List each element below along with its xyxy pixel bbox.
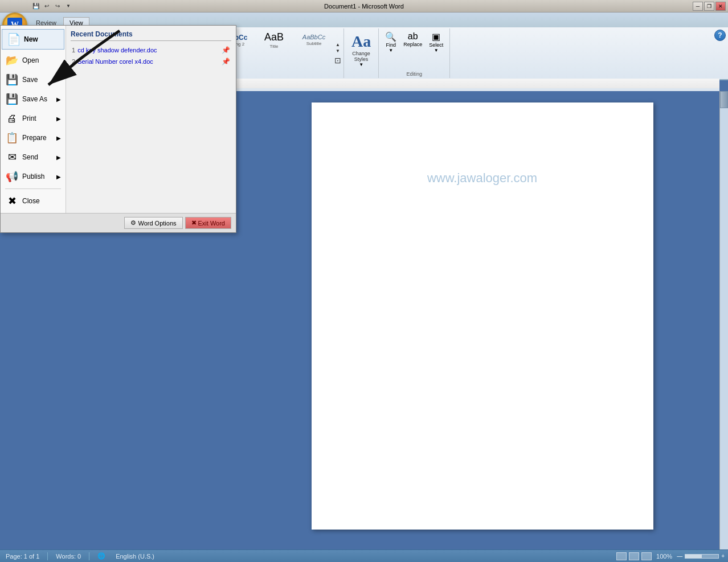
replace-icon: ab [408, 31, 418, 42]
office-menu: 📄 New 📂 Open 💾 Save 💾 Save As ▶ 🖨 Print … [0, 25, 236, 233]
word-options-label: Word Options [138, 220, 176, 227]
menu-item-send[interactable]: ✉ Send ▶ [1, 147, 66, 167]
window-title: Document1 - Microsoft Word [324, 3, 404, 10]
menu-item-open[interactable]: 📂 Open [1, 51, 66, 70]
style-title-preview: AaB [264, 31, 284, 44]
change-styles-dropdown[interactable]: ▼ [359, 62, 363, 67]
saveas-label: Save As [22, 95, 47, 103]
exit-word-icon: ✖ [191, 219, 197, 227]
select-icon: ▣ [432, 31, 440, 42]
doc1-pin[interactable]: 📌 [222, 46, 230, 54]
doc2-number: 2 [72, 58, 75, 65]
menu-item-publish[interactable]: 📢 Publish ▶ [1, 167, 66, 186]
send-arrow: ▶ [56, 154, 61, 161]
menu-item-save[interactable]: 💾 Save [1, 70, 66, 89]
replace-label: Replace [403, 42, 422, 47]
status-right: 100% — + [616, 552, 725, 560]
style-subtitle-preview: AaBbCc [302, 34, 325, 41]
publish-label: Publish [22, 173, 44, 181]
styles-up-arrow[interactable]: ▲ [336, 42, 340, 47]
style-title[interactable]: AaB Title [255, 30, 293, 51]
find-icon: 🔍 [385, 31, 396, 42]
language-status: 🌐 [95, 552, 108, 560]
doc2-pin[interactable]: 📌 [222, 58, 230, 65]
window-controls: ─ ❐ ✕ [693, 2, 726, 11]
word-options-btn[interactable]: ⚙ Word Options [124, 217, 182, 229]
close-icon: ✖ [5, 194, 19, 208]
close-btn[interactable]: ✕ [715, 2, 726, 11]
replace-btn[interactable]: ab Replace [400, 30, 425, 55]
style-title-name: Title [270, 44, 279, 49]
menu-bottom: ⚙ Word Options ✖ Exit Word [1, 213, 236, 232]
menu-item-prepare[interactable]: 📋 Prepare ▶ [1, 128, 66, 147]
exit-word-btn[interactable]: ✖ Exit Word [185, 217, 231, 229]
style-subtitle[interactable]: AaBbCc Subtitle [295, 32, 333, 48]
style-subtitle-name: Subtitle [306, 41, 322, 46]
vertical-scrollbar[interactable] [719, 91, 728, 549]
find-label: Find [386, 42, 396, 48]
undo-btn[interactable]: ↩ [42, 2, 51, 11]
zoom-in-btn[interactable]: + [721, 553, 725, 559]
editing-buttons: 🔍 Find ▼ ab Replace ▣ Select ▼ [382, 30, 446, 55]
open-icon: 📂 [5, 54, 19, 67]
status-sep-1 [47, 552, 48, 560]
document-area[interactable]: www.jawaloger.com [236, 91, 728, 549]
zoom-slider[interactable] [685, 554, 719, 559]
quick-access-toolbar: W 💾 ↩ ↪ ▼ [2, 2, 73, 11]
saveas-icon: 💾 [5, 92, 19, 106]
new-label: New [24, 35, 38, 43]
change-styles-group: Aa ChangeStyles ▼ Styles [344, 28, 379, 78]
view-web-btn[interactable] [629, 552, 639, 560]
save-icon: 💾 [5, 73, 19, 87]
print-label: Print [22, 114, 36, 122]
scrollbar-thumb[interactable] [720, 91, 728, 108]
recent-doc-1[interactable]: 1 cd key shadow defender.doc 📌 [71, 44, 231, 56]
page-background: www.jawaloger.com [236, 91, 728, 549]
menu-item-new[interactable]: 📄 New [2, 29, 64, 50]
view-print-btn[interactable] [641, 552, 652, 560]
styles-more-arrow[interactable]: ⊡ [334, 56, 341, 65]
select-dropdown[interactable]: ▼ [434, 48, 439, 53]
doc1-number: 1 [72, 47, 75, 54]
watermark: www.jawaloger.com [353, 171, 612, 186]
recent-doc-2[interactable]: 2 Serial Number corel x4.doc 📌 [71, 56, 231, 67]
doc2-name: Serial Number corel x4.doc [77, 58, 153, 65]
help-btn[interactable]: ? [714, 30, 726, 41]
select-label: Select [429, 42, 443, 48]
prepare-icon: 📋 [5, 131, 19, 145]
minimize-btn[interactable]: ─ [693, 2, 703, 11]
word-options-icon: ⚙ [130, 219, 136, 227]
send-label: Send [22, 153, 38, 161]
document-page[interactable]: www.jawaloger.com [312, 102, 653, 530]
open-label: Open [22, 56, 39, 64]
recent-documents-panel: Recent Documents 1 cd key shadow defende… [66, 26, 236, 213]
zoom-out-btn[interactable]: — [677, 553, 682, 559]
prepare-label: Prepare [22, 134, 47, 142]
menu-item-saveas[interactable]: 💾 Save As ▶ [1, 89, 66, 109]
zoom-level: 100% [654, 552, 674, 560]
title-bar: W 💾 ↩ ↪ ▼ Document1 - Microsoft Word ─ ❐… [0, 0, 728, 13]
change-styles-btn[interactable]: Aa ChangeStyles ▼ [347, 30, 375, 70]
save-quick-btn[interactable]: 💾 [31, 2, 40, 11]
quick-access-dropdown[interactable]: ▼ [64, 2, 73, 11]
restore-btn[interactable]: ❐ [704, 2, 714, 11]
exit-word-label: Exit Word [198, 220, 225, 227]
saveas-arrow: ▶ [56, 96, 61, 102]
view-normal-btn[interactable] [616, 552, 627, 560]
find-dropdown[interactable]: ▼ [388, 48, 393, 53]
publish-icon: 📢 [5, 170, 19, 183]
styles-expand[interactable]: ▲ ▼ ⊡ [334, 30, 341, 77]
menu-main: 📄 New 📂 Open 💾 Save 💾 Save As ▶ 🖨 Print … [1, 26, 236, 213]
menu-left: 📄 New 📂 Open 💾 Save 💾 Save As ▶ 🖨 Print … [1, 26, 66, 213]
language-text: English (U.S.) [113, 552, 157, 560]
page-status: Page: 1 of 1 [3, 552, 42, 560]
find-btn[interactable]: 🔍 Find ▼ [382, 30, 399, 55]
select-btn[interactable]: ▣ Select ▼ [426, 30, 446, 55]
styles-down-arrow[interactable]: ▼ [336, 48, 340, 54]
print-icon: 🖨 [5, 112, 19, 125]
redo-btn[interactable]: ↪ [53, 2, 62, 11]
menu-item-close[interactable]: ✖ Close [1, 191, 66, 211]
recent-docs-title: Recent Documents [71, 30, 231, 41]
words-status: Words: 0 [54, 552, 83, 560]
menu-item-print[interactable]: 🖨 Print ▶ [1, 109, 66, 128]
